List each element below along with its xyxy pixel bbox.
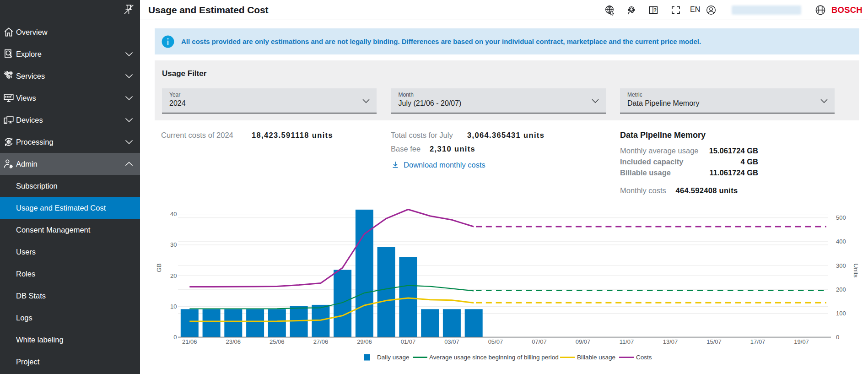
svg-text:100: 100 <box>836 310 846 317</box>
svg-text:0: 0 <box>173 334 177 341</box>
svg-text:Units: Units <box>852 264 859 278</box>
svg-text:0: 0 <box>836 334 839 341</box>
svg-text:11/07: 11/07 <box>620 338 634 345</box>
svg-text:200: 200 <box>836 286 846 293</box>
svg-text:19/07: 19/07 <box>794 338 809 345</box>
svg-text:15/07: 15/07 <box>706 338 722 345</box>
svg-text:07/07: 07/07 <box>532 338 547 345</box>
svg-text:13/07: 13/07 <box>663 338 678 345</box>
svg-text:400: 400 <box>836 238 846 245</box>
svg-text:23/06: 23/06 <box>226 338 241 345</box>
svg-text:10: 10 <box>170 303 177 310</box>
svg-text:17/07: 17/07 <box>750 338 766 345</box>
svg-text:300: 300 <box>836 262 846 269</box>
svg-text:27/06: 27/06 <box>313 338 329 345</box>
svg-text:Daily usage: Daily usage <box>377 354 410 361</box>
svg-text:05/07: 05/07 <box>488 338 503 345</box>
svg-text:30: 30 <box>170 241 177 248</box>
svg-text:25/06: 25/06 <box>270 338 285 345</box>
svg-text:21/06: 21/06 <box>182 338 197 345</box>
svg-text:01/07: 01/07 <box>401 338 416 345</box>
svg-text:Billable usage: Billable usage <box>577 354 615 361</box>
svg-text:20: 20 <box>170 272 177 279</box>
svg-text:GB: GB <box>156 263 162 272</box>
svg-text:500: 500 <box>836 214 846 221</box>
svg-text:09/07: 09/07 <box>576 338 591 345</box>
svg-text:Average usage since beginning: Average usage since beginning of billing… <box>429 354 559 361</box>
svg-text:29/06: 29/06 <box>357 338 372 345</box>
svg-text:40: 40 <box>170 211 177 217</box>
svg-text:Costs: Costs <box>636 354 652 361</box>
svg-text:03/07: 03/07 <box>444 338 459 345</box>
